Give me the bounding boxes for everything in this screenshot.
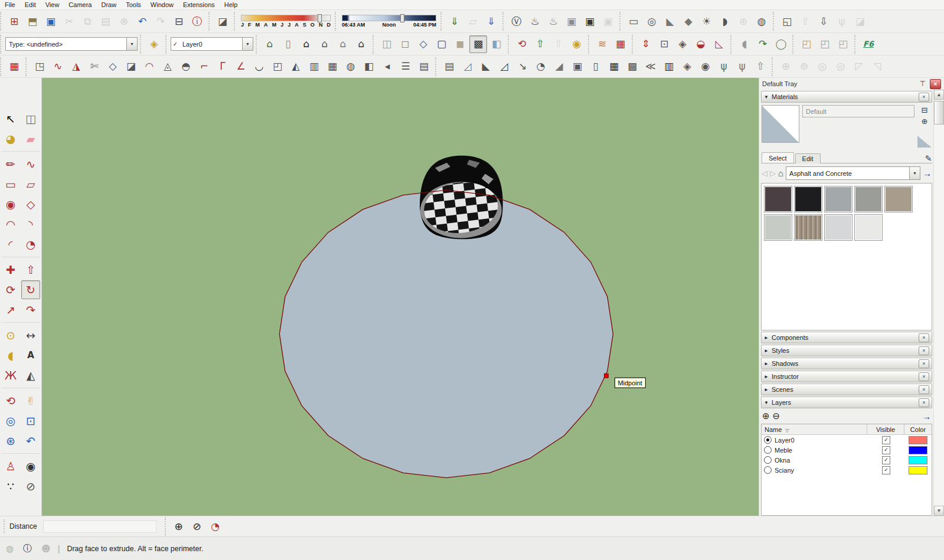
menu-file[interactable]: File [0, 1, 20, 9]
menu-camera[interactable]: Camera [64, 1, 96, 9]
polygon-tool[interactable]: ◇ [21, 195, 40, 214]
scroll-down-button[interactable]: ▼ [934, 506, 944, 516]
tab-select[interactable]: Select [762, 152, 794, 163]
delete-layer-button[interactable]: ⊖ [773, 411, 780, 421]
materials-close-button[interactable]: × [919, 93, 929, 101]
plugin-tool-r3-13[interactable]: ◡ [250, 58, 268, 76]
section-plane-tool[interactable]: ⊘ [21, 477, 40, 496]
model-canvas[interactable]: Midpoint [42, 78, 759, 516]
material-swatch-aggregate-tan[interactable] [884, 186, 913, 212]
scale-tool[interactable]: ↗ [1, 300, 20, 319]
style-back-edges-button[interactable]: ◻ [396, 35, 414, 53]
scenes-close-button[interactable]: × [919, 385, 929, 394]
secondary-pane-button[interactable]: ⊟ [919, 105, 930, 114]
house-plugin-button-3[interactable]: ⌂ [298, 35, 315, 53]
plugin-tool-r3-11[interactable]: Γ [214, 58, 231, 76]
tape-measure-tool[interactable]: ⊙ [1, 326, 20, 345]
styles-close-button[interactable]: × [919, 346, 929, 355]
shadows-close-button[interactable]: × [919, 359, 929, 368]
layers-section-header[interactable]: ▼ Layers × [761, 397, 932, 408]
sample-paint-icon[interactable]: ✐ [923, 155, 933, 162]
plugin-tool-r3-4[interactable]: ✄ [86, 58, 103, 76]
plugin-tool-r3-10[interactable]: ⌐ [195, 58, 213, 76]
vray-import-proxy-button[interactable]: ⇩ [815, 12, 832, 30]
zoom-window-tool[interactable]: ⊡ [21, 411, 40, 430]
curve-tool-button[interactable]: ↷ [754, 35, 772, 53]
material-name-field[interactable]: Default [802, 105, 914, 117]
position-camera-tool[interactable]: ♙ [1, 457, 20, 476]
plugin-tool-r3-23[interactable]: ▤ [440, 58, 458, 76]
plugin-tool-r3-31[interactable]: ▯ [587, 58, 605, 76]
drape-button[interactable]: ◈ [674, 35, 691, 53]
layer-visible-checkbox[interactable]: ✓ [882, 436, 890, 444]
vray-ies-light-button[interactable]: ◆ [680, 12, 697, 30]
layer-color-swatch[interactable] [909, 436, 927, 444]
plugin-tool-r3-24[interactable]: ◿ [459, 58, 476, 76]
vray-omni-light-button[interactable]: ☀ [698, 12, 716, 30]
details-arrow-button[interactable]: → [923, 168, 932, 178]
house-plugin-button-1[interactable]: ⌂ [261, 35, 279, 53]
zoom-extents-tool[interactable]: ⊛ [1, 431, 20, 450]
classifier-button[interactable]: ◈ [145, 35, 163, 53]
credits-status-icon[interactable]: ⓘ [23, 543, 32, 554]
fredoscale-button[interactable]: F6 [860, 35, 877, 53]
layer-combo-arrow[interactable]: ▼ [242, 38, 253, 50]
materials-section-header[interactable]: ▼ Materials × [761, 91, 932, 103]
text-tool[interactable]: A [21, 346, 40, 365]
print-button[interactable]: ⊟ [170, 12, 188, 30]
pan-tool[interactable]: ✌ [21, 391, 40, 410]
plugin-tool-r3-38[interactable]: ψ [715, 58, 733, 76]
orbit-tool[interactable]: ⟲ [1, 391, 20, 410]
get-models-button[interactable]: ⟲ [513, 35, 531, 53]
plugin-tool-r3-19[interactable]: ◧ [360, 58, 378, 76]
previous-view-tool[interactable]: ↶ [21, 431, 40, 450]
material-swatch-concrete-formed[interactable] [764, 214, 792, 241]
plugin-tool-r3-5[interactable]: ◇ [104, 58, 122, 76]
plugin-tool-r3-30[interactable]: ▣ [569, 58, 586, 76]
plugin-tool-r3-6[interactable]: ◪ [122, 58, 140, 76]
plugin-tool-r3-17[interactable]: ▦ [324, 58, 341, 76]
vray-asset-editor-button[interactable]: Ⓥ [508, 12, 525, 30]
in-model-icon[interactable]: ⌂ [778, 168, 783, 178]
layer-visible-checkbox[interactable]: ✓ [882, 466, 890, 474]
new-file-button[interactable]: ⊞ [5, 12, 23, 30]
plugin-tool-r3-40[interactable]: ⇧ [752, 58, 769, 76]
plugin-tool-r3-12[interactable]: ∠ [232, 58, 250, 76]
dome-model[interactable] [420, 156, 503, 240]
plugin-tool-r3-14[interactable]: ◰ [269, 58, 286, 76]
plugin-tool-r3-2[interactable]: ∿ [49, 58, 67, 76]
plugin-tool-r3-3[interactable]: ◮ [67, 58, 85, 76]
plugin-tool-r3-37[interactable]: ◉ [697, 58, 714, 76]
three-d-text-tool[interactable]: ◭ [21, 366, 40, 385]
layer-color-swatch[interactable] [909, 466, 927, 474]
column-visible[interactable]: Visible [867, 424, 904, 434]
walk-tool[interactable]: ∵ [1, 477, 20, 496]
tray-section-styles[interactable]: ►Styles× [761, 345, 932, 356]
plugin-tool-r3-39[interactable]: ψ [733, 58, 751, 76]
material-swatch-concrete-white[interactable] [854, 214, 883, 241]
two-point-arc-tool[interactable]: ◠ [1, 215, 20, 234]
terrain-from-contours-button[interactable]: ≋ [593, 35, 611, 53]
layers-details-arrow-button[interactable]: → [922, 411, 931, 421]
tray-section-instructor[interactable]: ►Instructor× [761, 371, 932, 382]
dimensions-tool[interactable]: ↔ [21, 326, 40, 345]
plugin-tool-r3-32[interactable]: ▦ [605, 58, 623, 76]
components-close-button[interactable]: × [919, 333, 929, 342]
layer-name[interactable]: Layer0 [775, 437, 795, 444]
classification-type-combo-arrow[interactable]: ▼ [126, 38, 137, 50]
viewport-3d[interactable]: Midpoint [42, 78, 759, 516]
plugin-tool-r3-27[interactable]: ↘ [514, 58, 531, 76]
collection-dropdown-arrow[interactable]: ▼ [909, 167, 920, 179]
tab-edit[interactable]: Edit [795, 153, 821, 163]
vray-infinite-plane-button[interactable]: ◱ [778, 12, 796, 30]
layer-name[interactable]: Sciany [775, 467, 794, 474]
paint-bucket-tool[interactable]: ◕ [1, 129, 20, 148]
layer-color-swatch[interactable] [909, 456, 927, 464]
terrain-from-scratch-button[interactable]: ▦ [612, 35, 629, 53]
photo-textures-button[interactable]: ⇓ [482, 12, 500, 30]
vray-frame-buffer-button[interactable]: ▣ [581, 12, 599, 30]
freehand-tool[interactable]: ∿ [21, 155, 40, 173]
plugin-tool-r3-35[interactable]: ▥ [660, 58, 678, 76]
stamp-button[interactable]: ⊡ [655, 35, 673, 53]
plugin-tool-r3-16[interactable]: ▥ [305, 58, 323, 76]
